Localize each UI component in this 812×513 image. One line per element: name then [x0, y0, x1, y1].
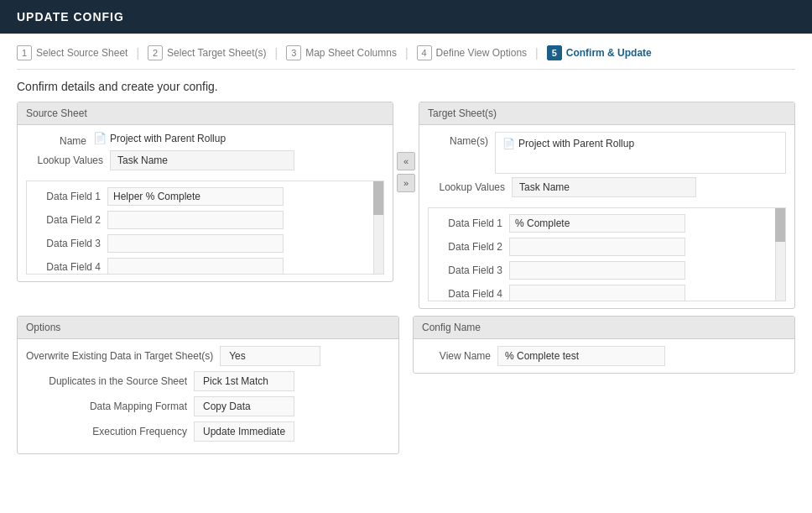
- modal-container: UPDATE CONFIG 1 Select Source Sheet | 2 …: [0, 0, 812, 513]
- source-sheet-box: Source Sheet Name 📄 Project with Parent …: [17, 102, 393, 282]
- step-4-num: 4: [417, 45, 432, 60]
- source-sheet-body: Name 📄 Project with Parent Rollup Lookup…: [18, 125, 393, 181]
- target-names-box: 📄 Project with Parent Rollup: [495, 132, 786, 174]
- target-field-row-4: Data Field 4: [429, 282, 785, 301]
- step-4[interactable]: 4 Define View Options: [409, 45, 536, 60]
- source-panel: Source Sheet Name 📄 Project with Parent …: [17, 102, 393, 282]
- target-lookup-input[interactable]: [512, 177, 696, 197]
- options-row-2: Duplicates in the Source Sheet Pick 1st …: [26, 371, 390, 391]
- config-view-input[interactable]: [497, 346, 665, 366]
- step-3-label: Map Sheet Columns: [305, 47, 397, 59]
- target-data-fields-container: Data Field 1 Data Field 2 Data Field 3: [428, 207, 786, 301]
- source-field-row-4: Data Field 4: [27, 255, 383, 274]
- source-field-row-1: Data Field 1: [27, 185, 383, 208]
- step-5-num: 5: [547, 45, 562, 60]
- confirm-title: Confirm details and create your config.: [17, 70, 795, 102]
- target-field-label-4: Data Field 4: [434, 288, 509, 300]
- step-5[interactable]: 5 Confirm & Update: [539, 45, 660, 60]
- target-data-fields-box: Data Field 1 Data Field 2 Data Field 3: [428, 207, 786, 301]
- options-label-4: Execution Frequency: [26, 426, 194, 437]
- options-box: Options Overwrite Existing Data in Targe…: [17, 316, 399, 454]
- config-box: Config Name View Name: [413, 316, 795, 374]
- source-lookup-input[interactable]: [110, 150, 294, 170]
- options-value-4: Update Immediate: [194, 421, 294, 442]
- source-scrollbar-thumb[interactable]: [373, 181, 383, 215]
- source-field-input-4[interactable]: [107, 258, 284, 274]
- options-value-1: Yes: [220, 346, 320, 366]
- options-panel: Options Overwrite Existing Data in Targe…: [17, 316, 399, 454]
- source-data-fields-inner[interactable]: Data Field 1 Data Field 2 Data Field 3: [27, 181, 383, 274]
- arrows-column: « »: [393, 152, 419, 192]
- target-names-row: Name(s) 📄 Project with Parent Rollup: [428, 132, 786, 174]
- source-data-fields-box: Data Field 1 Data Field 2 Data Field 3: [26, 181, 384, 275]
- source-data-fields-container: Data Field 1 Data Field 2 Data Field 3: [26, 181, 384, 275]
- options-label-1: Overwrite Existing Data in Target Sheet(…: [26, 350, 220, 362]
- target-field-input-3[interactable]: [509, 261, 685, 280]
- arrow-left-btn[interactable]: «: [397, 152, 415, 170]
- options-row-4: Execution Frequency Update Immediate: [26, 421, 390, 442]
- source-name-value: 📄 Project with Parent Rollup: [93, 132, 226, 144]
- target-lookup-label: Lookup Values: [428, 181, 512, 193]
- step-3-num: 3: [286, 45, 301, 60]
- steps-bar: 1 Select Source Sheet | 2 Select Target …: [17, 34, 795, 70]
- options-value-3: Copy Data: [194, 396, 294, 416]
- target-field-label-2: Data Field 2: [434, 241, 509, 253]
- step-2[interactable]: 2 Select Target Sheet(s): [139, 45, 275, 60]
- target-field-row-2: Data Field 2: [429, 235, 785, 259]
- source-name-label: Name: [26, 132, 93, 147]
- source-field-input-2[interactable]: [107, 211, 284, 229]
- source-sheet-header: Source Sheet: [18, 102, 393, 125]
- options-header: Options: [18, 317, 398, 339]
- step-1-label: Select Source Sheet: [36, 47, 128, 59]
- target-doc-icon: 📄: [502, 138, 515, 149]
- options-row-3: Data Mapping Format Copy Data: [26, 396, 390, 416]
- source-lookup-label: Lookup Values: [26, 154, 110, 166]
- step-4-label: Define View Options: [436, 47, 528, 59]
- step-2-label: Select Target Sheet(s): [167, 47, 267, 59]
- options-body: Overwrite Existing Data in Target Sheet(…: [18, 339, 398, 453]
- config-body: View Name: [414, 339, 794, 373]
- source-doc-icon: 📄: [93, 132, 107, 144]
- source-scrollbar-track: [373, 181, 383, 274]
- target-data-fields-inner[interactable]: Data Field 1 Data Field 2 Data Field 3: [429, 208, 785, 301]
- arrow-right-btn[interactable]: »: [397, 174, 415, 192]
- target-panel: Target Sheet(s) Name(s) 📄 Project with P…: [419, 102, 795, 309]
- target-field-input-2[interactable]: [509, 238, 685, 256]
- modal-header: UPDATE CONFIG: [0, 0, 812, 34]
- target-field-label-3: Data Field 3: [434, 264, 509, 276]
- config-view-row: View Name: [422, 346, 786, 366]
- target-sheet-box: Target Sheet(s) Name(s) 📄 Project with P…: [419, 102, 795, 309]
- source-field-input-1[interactable]: [107, 187, 284, 206]
- options-label-3: Data Mapping Format: [26, 400, 194, 412]
- source-field-row-3: Data Field 3: [27, 232, 383, 255]
- options-value-2: Pick 1st Match: [194, 371, 294, 391]
- modal-body: 1 Select Source Sheet | 2 Select Target …: [0, 34, 812, 513]
- target-lookup-area: Lookup Values: [428, 177, 786, 197]
- source-name-row: Name 📄 Project with Parent Rollup: [26, 132, 384, 147]
- source-field-label-3: Data Field 3: [32, 238, 107, 249]
- target-sheet-body: Name(s) 📄 Project with Parent Rollup Loo…: [419, 125, 794, 207]
- source-field-label-4: Data Field 4: [32, 261, 107, 273]
- target-field-label-1: Data Field 1: [434, 217, 509, 229]
- target-field-input-1[interactable]: [509, 214, 685, 233]
- config-header: Config Name: [414, 317, 794, 339]
- source-field-label-1: Data Field 1: [32, 191, 107, 202]
- source-field-input-3[interactable]: [107, 234, 284, 253]
- config-panel: Config Name View Name: [413, 316, 795, 454]
- target-field-row-1: Data Field 1: [429, 212, 785, 235]
- options-row-1: Overwrite Existing Data in Target Sheet(…: [26, 346, 390, 366]
- step-5-label: Confirm & Update: [566, 47, 652, 59]
- step-2-num: 2: [148, 45, 163, 60]
- target-sheet-header: Target Sheet(s): [419, 102, 794, 125]
- source-field-row-2: Data Field 2: [27, 208, 383, 232]
- source-field-label-2: Data Field 2: [32, 214, 107, 226]
- target-scrollbar-thumb[interactable]: [775, 208, 785, 242]
- step-3[interactable]: 3 Map Sheet Columns: [278, 45, 405, 60]
- config-view-label: View Name: [422, 350, 497, 362]
- main-content: Source Sheet Name 📄 Project with Parent …: [17, 102, 795, 309]
- options-label-2: Duplicates in the Source Sheet: [26, 375, 194, 387]
- step-1-num: 1: [17, 45, 32, 60]
- target-field-row-3: Data Field 3: [429, 259, 785, 282]
- step-1[interactable]: 1 Select Source Sheet: [17, 45, 136, 60]
- target-field-input-4[interactable]: [509, 285, 685, 301]
